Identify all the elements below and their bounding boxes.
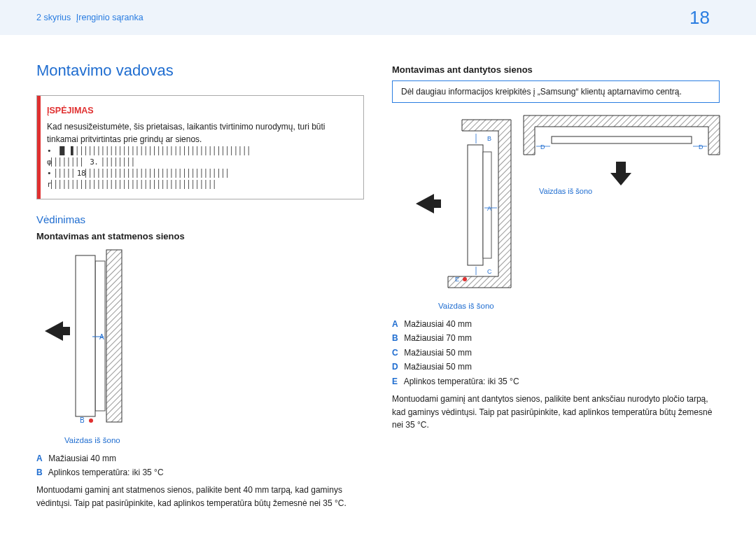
svg-marker-4 (45, 321, 70, 341)
spec-value: Mažiausiai 40 mm (48, 454, 116, 463)
spec-label: D (392, 360, 402, 374)
warning-garbled-2: φ▏▏▏▏▏▏▏▏ 3. ▏▏▏▏▏▏▏▏ (47, 157, 354, 168)
perpendicular-heading: Montavimas ant statmenos sienos (36, 231, 364, 241)
svg-point-22 (463, 277, 467, 281)
spec-value: Aplinkos temperatūra: iki 35 °C (404, 377, 519, 386)
spec-label: A (392, 317, 402, 331)
spec-row: B Aplinkos temperatūra: iki 35 °C (36, 465, 364, 479)
svg-marker-24 (416, 194, 441, 213)
figure-caption-side: Vaizdas iš šono (438, 302, 720, 310)
ventilation-heading: Vėdinimas (36, 213, 364, 225)
right-column: Montavimas ant dantytos sienos Dėl daugi… (392, 62, 720, 510)
svg-text:D: D (540, 143, 545, 150)
svg-point-6 (89, 419, 93, 423)
svg-rect-1 (106, 250, 122, 422)
page-header: 2 skyrius Įrenginio sąranka 18 (0, 0, 756, 35)
spec-label: E (392, 374, 402, 388)
paragraph-left: Montuodami gaminį ant statmenos sienos, … (36, 484, 364, 510)
spec-list-left: A Mažiausiai 40 mm B Aplinkos temperatūr… (36, 451, 364, 480)
spec-value: Mažiausiai 40 mm (404, 319, 472, 329)
svg-marker-13 (610, 162, 631, 185)
spec-label: B (36, 465, 46, 479)
figure-perpendicular: A B Vaizdas iš šono (36, 247, 364, 444)
breadcrumb-chapter: 2 skyrius (36, 13, 71, 22)
diagram-label-b: B (80, 416, 85, 424)
spec-row: A Mažiausiai 40 mm (392, 317, 720, 331)
svg-text:D: D (699, 143, 704, 150)
svg-text:B: B (487, 135, 491, 142)
diagram-caption-top: Vaizdas iš šono (539, 187, 592, 195)
svg-rect-3 (76, 255, 95, 416)
warning-garbled-4: r▏▏▏▏▏▏▏▏▏▏▏▏▏▏▏▏▏▏▏▏▏▏▏▏▏▏▏▏▏▏▏▏▏▏▏▏▏▏▏ (47, 179, 354, 190)
svg-text:E: E (455, 276, 459, 283)
spec-row: E Aplinkos temperatūra: iki 35 °C (392, 374, 720, 388)
spec-value: Mažiausiai 70 mm (404, 333, 472, 343)
diagram-perpendicular: A B (36, 247, 148, 429)
warning-label: ĮSPĖJIMAS (47, 104, 354, 118)
spec-row: A Mažiausiai 40 mm (36, 451, 364, 465)
svg-text:C: C (487, 268, 492, 275)
figure-indented: D D Vaizdas iš šono B (392, 113, 720, 310)
spec-value: Mažiausiai 50 mm (404, 348, 472, 358)
spec-label: C (392, 346, 402, 360)
breadcrumb: 2 skyrius Įrenginio sąranka (36, 13, 144, 22)
svg-rect-14 (468, 145, 483, 265)
breadcrumb-section: Įrenginio sąranka (76, 13, 144, 22)
page-number: 18 (690, 7, 710, 29)
indented-wall-heading: Montavimas ant dantytos sienos (392, 64, 720, 75)
diagram-indented: D D Vaizdas iš šono B (392, 113, 728, 295)
warning-box: ĮSPĖJIMAS Kad nesusižeistumėte, šis prie… (36, 95, 364, 199)
spec-row: B Mažiausiai 70 mm (392, 331, 720, 345)
info-box: Dėl daugiau informacijos kreipkitės į „S… (392, 80, 720, 103)
page-title: Montavimo vadovas (36, 62, 364, 80)
spec-label: A (36, 451, 46, 465)
spec-row: D Mažiausiai 50 mm (392, 360, 720, 374)
spec-row: C Mažiausiai 50 mm (392, 346, 720, 360)
spec-label: B (392, 331, 402, 345)
warning-garbled-1: • █▏▐▏▏▏▏▏▏▏▏▏▏▏▏▏▏▏▏▏▏▏▏▏▏▏▏▏▏▏▏▏▏▏▏▏▏▏… (47, 146, 354, 157)
svg-text:A: A (487, 205, 491, 212)
warning-text-1: Kad nesusižeistumėte, šis prietaisas, la… (47, 120, 354, 146)
spec-value: Mažiausiai 50 mm (404, 362, 472, 372)
left-column: Montavimo vadovas ĮSPĖJIMAS Kad nesusiže… (36, 62, 364, 510)
spec-list-right: A Mažiausiai 40 mm B Mažiausiai 70 mm C … (392, 317, 720, 388)
warning-garbled-3: • ▏▏▏▏▏18▏▏▏▏▏▏▏▏▏▏▏▏▏▏▏▏▏▏▏▏▏▏▏▏▏▏▏▏▏▏▏… (47, 168, 354, 179)
figure-caption-left: Vaizdas iš šono (64, 436, 364, 444)
paragraph-right: Montuodami gaminį ant dantytos sienos, p… (392, 393, 720, 432)
spec-value: Aplinkos temperatūra: iki 35 °C (48, 468, 164, 477)
svg-rect-8 (552, 136, 692, 143)
